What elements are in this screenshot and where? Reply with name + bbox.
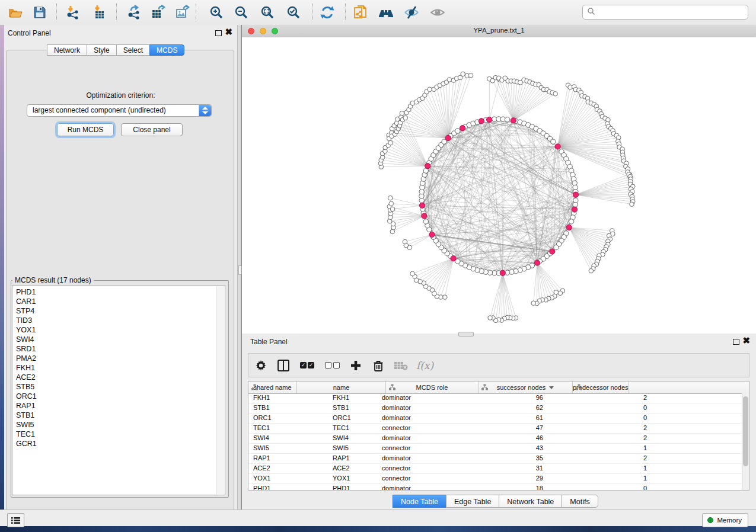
mcds-result-item[interactable]: SWI4 <box>16 335 225 344</box>
control-panel-tab[interactable]: Select <box>116 44 150 56</box>
mcds-result-item[interactable]: SWI5 <box>16 420 225 430</box>
cell-mcds-role: dominator <box>377 414 466 423</box>
mcds-result-list[interactable]: PHD1CAR1STP4TID3YOX1SWI4SRD1PMA2FKH1ACE2… <box>12 285 225 495</box>
table-tab[interactable]: Network Table <box>499 495 562 508</box>
toolbar-separator <box>56 4 57 21</box>
mcds-result-item[interactable]: STP4 <box>16 306 225 316</box>
column-type-icon <box>389 384 395 392</box>
zoom-selected-icon[interactable] <box>285 4 302 21</box>
export-network-icon[interactable] <box>126 4 142 21</box>
column-header[interactable]: predecessor nodes <box>573 382 629 393</box>
network-graph[interactable] <box>242 37 756 334</box>
cell-mcds-role: dominator <box>377 403 466 413</box>
search-binoculars-icon[interactable] <box>378 4 394 21</box>
network-window-titlebar[interactable]: YPA_prune.txt_1 <box>242 25 756 38</box>
cell-predecessor-nodes: 0 <box>559 484 653 490</box>
table-scrollbar[interactable] <box>742 393 749 490</box>
search-input[interactable] <box>598 8 748 17</box>
mcds-result-item[interactable]: TEC1 <box>16 430 225 439</box>
save-session-icon[interactable] <box>31 4 48 21</box>
table-row[interactable]: STB1 STB1 dominator 62 0 <box>248 403 742 414</box>
hide-selected-icon[interactable] <box>403 4 420 21</box>
memory-button[interactable]: Memory <box>702 513 748 527</box>
memory-label: Memory <box>717 517 742 524</box>
table-row[interactable]: FKH1 FKH1 dominator 96 2 <box>248 393 742 403</box>
table-settings-gear-icon[interactable] <box>254 358 268 373</box>
refresh-layout-icon[interactable] <box>319 4 336 21</box>
table-row[interactable]: PHD1 PHD1 dominator 18 0 <box>248 484 742 490</box>
clone-network-icon[interactable] <box>352 4 369 21</box>
mcds-result-item[interactable]: STB1 <box>16 411 225 420</box>
table-scrollbar-thumb[interactable] <box>743 396 748 466</box>
toolbar-search[interactable] <box>582 5 748 20</box>
table-row[interactable]: SWI5 SWI5 connector 43 1 <box>248 444 742 454</box>
main-toolbar <box>0 0 756 25</box>
mcds-result-item[interactable]: FKH1 <box>16 363 225 373</box>
column-header[interactable]: MCDS role <box>386 382 479 393</box>
open-file-icon[interactable] <box>7 4 24 21</box>
float-panel-icon[interactable] <box>215 30 222 36</box>
control-panel-tab[interactable]: Network <box>47 44 87 56</box>
function-builder-icon: f(x) <box>416 360 433 371</box>
control-panel-tab[interactable]: MCDS <box>149 44 184 56</box>
close-panel-icon[interactable]: ✖ <box>742 335 750 346</box>
mcds-result-item[interactable]: SRD1 <box>16 344 225 354</box>
cell-name: FKH1 <box>328 393 377 403</box>
run-mcds-button[interactable]: Run MCDS <box>57 123 114 136</box>
task-history-list-icon[interactable] <box>7 513 24 527</box>
mcds-list-scrollbar[interactable] <box>216 286 224 494</box>
column-header[interactable]: successor nodes <box>479 382 573 393</box>
add-column-plus-icon[interactable] <box>349 358 363 373</box>
vertical-splitter[interactable] <box>237 25 241 509</box>
table-row[interactable]: ORC1 ORC1 dominator 61 0 <box>248 414 742 424</box>
table-row[interactable]: SWI4 SWI4 dominator 46 2 <box>248 434 742 444</box>
cell-name: ACE2 <box>328 464 377 473</box>
network-canvas[interactable] <box>242 37 756 334</box>
cell-successor-nodes: 47 <box>466 424 559 433</box>
table-row[interactable]: RAP1 RAP1 dominator 35 2 <box>248 454 742 464</box>
cell-predecessor-nodes: 1 <box>559 444 653 453</box>
column-header[interactable]: shared name <box>248 382 297 393</box>
horizontal-splitter-grip[interactable] <box>458 332 474 336</box>
column-header[interactable]: name <box>297 382 386 393</box>
optimization-criterion-label: Optimization criterion: <box>4 91 237 100</box>
table-row[interactable]: YOX1 YOX1 connector 29 1 <box>248 474 742 484</box>
mcds-result-item[interactable]: CAR1 <box>16 297 225 306</box>
table-tab[interactable]: Edge Table <box>446 495 499 508</box>
mcds-result-item[interactable]: ACE2 <box>16 373 225 382</box>
cell-predecessor-nodes: 0 <box>559 403 653 413</box>
import-table-icon[interactable] <box>91 4 107 21</box>
mcds-result-item[interactable]: TID3 <box>16 316 225 325</box>
show-columns-icon[interactable] <box>276 358 291 373</box>
close-panel-button[interactable]: Close panel <box>121 123 183 136</box>
mcds-result-item[interactable]: ORC1 <box>16 392 225 401</box>
cell-name: STB1 <box>328 403 377 413</box>
table-tab[interactable]: Node Table <box>393 495 446 508</box>
import-network-icon[interactable] <box>65 4 81 21</box>
mcds-result-item[interactable]: RAP1 <box>16 401 225 411</box>
column-label: shared name <box>253 384 291 391</box>
export-table-icon[interactable] <box>150 4 167 21</box>
export-image-icon[interactable] <box>174 4 191 21</box>
close-panel-icon[interactable]: ✖ <box>225 27 232 37</box>
delete-column-trash-icon[interactable] <box>371 358 385 373</box>
select-all-check-icon[interactable]: ✓✓ <box>299 358 315 373</box>
criterion-dropdown[interactable]: largest connected component (undirected) <box>27 104 212 117</box>
cell-name: RAP1 <box>328 454 377 463</box>
deselect-all-check-icon[interactable] <box>324 358 340 373</box>
node-table: shared name name <box>248 381 749 491</box>
mcds-result-item[interactable]: STB5 <box>16 382 225 392</box>
mcds-result-item[interactable]: PHD1 <box>16 287 225 297</box>
table-row[interactable]: TEC1 TEC1 connector 47 2 <box>248 424 742 434</box>
control-panel-tab[interactable]: Style <box>87 44 117 56</box>
mcds-result-item[interactable]: YOX1 <box>16 325 225 335</box>
zoom-out-icon[interactable] <box>233 4 250 21</box>
cell-predecessor-nodes: 2 <box>559 434 653 443</box>
float-panel-icon[interactable] <box>733 339 739 345</box>
zoom-in-icon[interactable] <box>208 4 225 21</box>
mcds-result-item[interactable]: PMA2 <box>16 354 225 363</box>
table-tab[interactable]: Motifs <box>562 495 598 508</box>
mcds-result-item[interactable]: GCR1 <box>16 439 225 448</box>
table-row[interactable]: ACE2 ACE2 connector 31 1 <box>248 464 742 474</box>
zoom-fit-icon[interactable] <box>259 4 276 21</box>
